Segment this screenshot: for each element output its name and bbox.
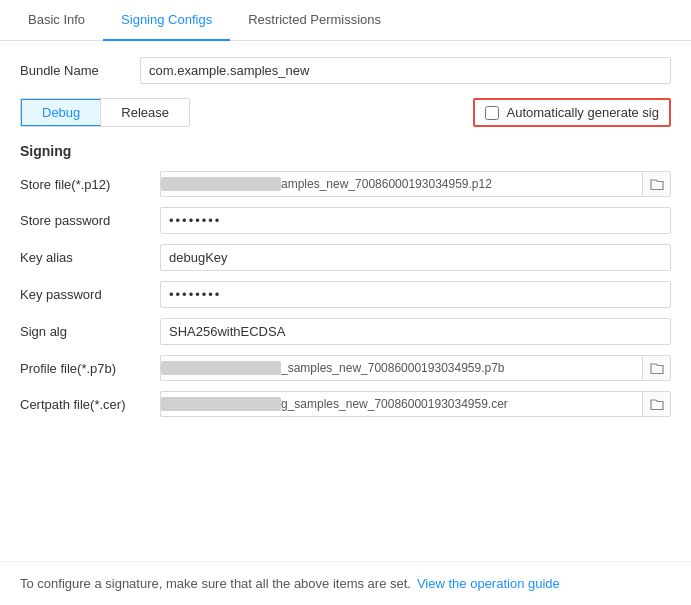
operation-guide-link[interactable]: View the operation guide <box>417 576 560 591</box>
key-alias-input[interactable] <box>161 245 670 270</box>
key-alias-row: Key alias <box>20 244 671 271</box>
sign-alg-label: Sign alg <box>20 324 160 339</box>
tab-bar: Basic Info Signing Configs Restricted Pe… <box>0 0 691 41</box>
main-container: Basic Info Signing Configs Restricted Pe… <box>0 0 691 605</box>
store-password-input[interactable] <box>161 208 670 233</box>
certpath-file-text: g_samples_new_70086000193034959.cer <box>281 397 508 411</box>
certpath-file-content: g_samples_new_70086000193034959.cer <box>161 397 642 411</box>
profile-file-folder-icon[interactable] <box>642 356 670 380</box>
auto-generate-checkbox[interactable] <box>485 106 499 120</box>
signing-section-title: Signing <box>20 143 671 159</box>
auto-generate-label[interactable]: Automatically generate sig <box>507 105 659 120</box>
certpath-file-label: Certpath file(*.cer) <box>20 397 160 412</box>
release-button[interactable]: Release <box>101 99 189 126</box>
debug-button[interactable]: Debug <box>21 99 101 126</box>
store-password-row: Store password <box>20 207 671 234</box>
bundle-name-row: Bundle Name <box>20 57 671 84</box>
key-password-input-wrap <box>160 281 671 308</box>
store-file-content: amples_new_70086000193034959.p12 <box>161 177 642 191</box>
profile-file-input-wrap: _samples_new_70086000193034959.p7b <box>160 355 671 381</box>
bundle-name-input[interactable] <box>140 57 671 84</box>
mode-row: Debug Release Automatically generate sig <box>20 98 671 127</box>
store-password-input-wrap <box>160 207 671 234</box>
profile-file-label: Profile file(*.p7b) <box>20 361 160 376</box>
key-password-input[interactable] <box>161 282 670 307</box>
key-alias-input-wrap <box>160 244 671 271</box>
tab-signing-configs[interactable]: Signing Configs <box>103 0 230 41</box>
store-file-row: Store file(*.p12) amples_new_70086000193… <box>20 171 671 197</box>
store-file-label: Store file(*.p12) <box>20 177 160 192</box>
store-password-label: Store password <box>20 213 160 228</box>
footer: To configure a signature, make sure that… <box>0 561 691 605</box>
store-file-folder-icon[interactable] <box>642 172 670 196</box>
store-file-text: amples_new_70086000193034959.p12 <box>281 177 492 191</box>
profile-file-blurred <box>161 361 281 375</box>
footer-text: To configure a signature, make sure that… <box>20 576 411 591</box>
key-alias-label: Key alias <box>20 250 160 265</box>
auto-generate-container: Automatically generate sig <box>473 98 671 127</box>
content-area: Bundle Name Debug Release Automatically … <box>0 41 691 561</box>
certpath-file-folder-icon[interactable] <box>642 392 670 416</box>
bundle-name-label: Bundle Name <box>20 63 140 78</box>
sign-alg-row: Sign alg <box>20 318 671 345</box>
key-password-row: Key password <box>20 281 671 308</box>
certpath-file-row: Certpath file(*.cer) g_samples_new_70086… <box>20 391 671 417</box>
certpath-file-blurred <box>161 397 281 411</box>
store-file-blurred <box>161 177 281 191</box>
profile-file-text: _samples_new_70086000193034959.p7b <box>281 361 505 375</box>
profile-file-content: _samples_new_70086000193034959.p7b <box>161 361 642 375</box>
tab-restricted-permissions[interactable]: Restricted Permissions <box>230 0 399 41</box>
tab-basic-info[interactable]: Basic Info <box>10 0 103 41</box>
profile-file-row: Profile file(*.p7b) _samples_new_7008600… <box>20 355 671 381</box>
certpath-file-input-wrap: g_samples_new_70086000193034959.cer <box>160 391 671 417</box>
sign-alg-input-wrap <box>160 318 671 345</box>
store-file-input-wrap: amples_new_70086000193034959.p12 <box>160 171 671 197</box>
mode-button-group: Debug Release <box>20 98 190 127</box>
sign-alg-input[interactable] <box>161 319 670 344</box>
key-password-label: Key password <box>20 287 160 302</box>
